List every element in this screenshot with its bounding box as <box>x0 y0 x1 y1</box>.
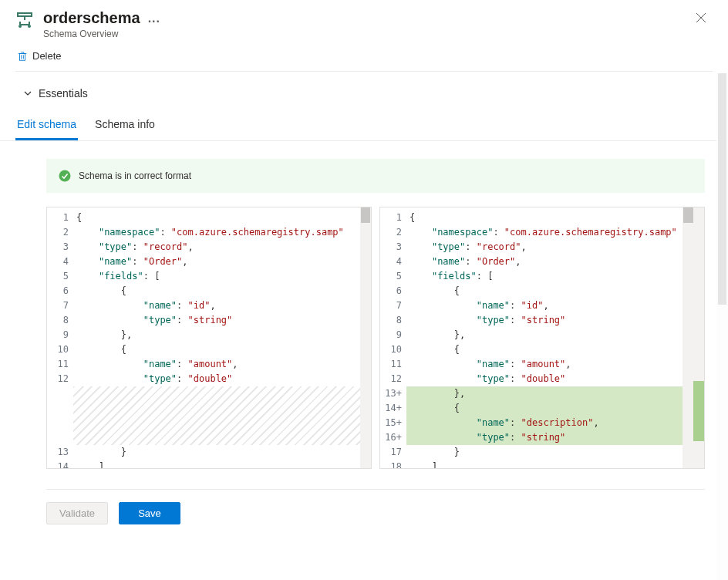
validation-message: Schema is in correct format <box>79 170 191 181</box>
delete-button[interactable]: Delete <box>15 47 63 65</box>
diff-viewer: 123456789101112 1314 { "namespace": "com… <box>46 207 705 469</box>
save-button[interactable]: Save <box>119 502 180 524</box>
left-gutter: 123456789101112 1314 <box>47 207 73 468</box>
trash-icon <box>17 51 28 62</box>
page-subtitle: Schema Overview <box>43 29 680 39</box>
close-button[interactable] <box>689 9 713 29</box>
svg-rect-0 <box>18 13 32 16</box>
svg-rect-3 <box>20 53 25 60</box>
svg-point-2 <box>28 25 31 28</box>
svg-point-4 <box>59 170 71 182</box>
validate-button[interactable]: Validate <box>46 502 108 524</box>
check-circle-icon <box>59 170 71 182</box>
page-title: orderschema <box>43 9 140 27</box>
right-editor[interactable]: 12345678910111213+14+15+16+1718 { "names… <box>379 207 705 469</box>
left-editor[interactable]: 123456789101112 1314 { "namespace": "com… <box>46 207 372 469</box>
right-code[interactable]: { "namespace": "com.azure.schemaregistry… <box>406 207 704 468</box>
schema-icon <box>15 9 34 32</box>
close-icon <box>696 12 706 23</box>
validation-banner: Schema is in correct format <box>46 159 705 193</box>
svg-point-1 <box>19 25 22 28</box>
diff-add-marker <box>693 381 704 441</box>
chevron-down-icon <box>23 89 32 98</box>
essentials-toggle[interactable]: Essentials <box>15 79 713 107</box>
left-scrollbar[interactable] <box>360 207 371 468</box>
left-code[interactable]: { "namespace": "com.azure.schemaregistry… <box>73 207 371 468</box>
page-scrollbar[interactable] <box>716 73 728 580</box>
action-footer: Validate Save <box>46 489 705 524</box>
command-bar: Delete <box>0 46 728 71</box>
page-header: orderschema ... Schema Overview <box>0 0 728 46</box>
more-menu-button[interactable]: ... <box>148 12 160 25</box>
content-area[interactable]: Schema is in correct format 123456789101… <box>0 136 728 580</box>
right-gutter: 12345678910111213+14+15+16+1718 <box>380 207 406 468</box>
right-scrollbar[interactable] <box>682 207 704 468</box>
